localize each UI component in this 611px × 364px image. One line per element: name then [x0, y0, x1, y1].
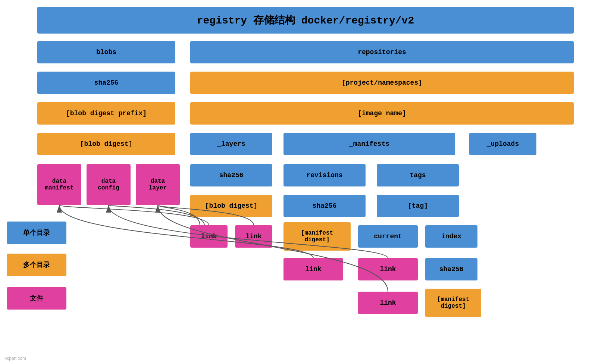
- manifests-box: _manifests: [283, 133, 455, 155]
- data-config-box: data config: [87, 164, 131, 205]
- layers-box: _layers: [190, 133, 272, 155]
- tag-box: [tag]: [377, 195, 459, 217]
- main-container: registry 存储结构 docker/registry/v2 blobs r…: [0, 0, 611, 364]
- revisions-box: revisions: [283, 164, 366, 186]
- manifest-digest2-box: [manifest digest]: [425, 289, 481, 317]
- single-dir-box: 单个目录: [7, 222, 66, 244]
- data-manifest-box: data manifest: [37, 164, 81, 205]
- tags-box: tags: [377, 164, 459, 186]
- manifest-digest-box: [manifest digest]: [283, 222, 351, 251]
- link2-box: link: [235, 225, 272, 248]
- sha256-index-box: sha256: [425, 258, 477, 280]
- watermark: kkpan.com: [4, 356, 26, 361]
- project-namespaces-box: [project/namespaces]: [190, 72, 574, 94]
- current-box: current: [358, 225, 418, 248]
- sha256-layers-box: sha256: [190, 164, 272, 186]
- repositories-box: repositories: [190, 41, 574, 63]
- link4-box: link: [358, 258, 418, 280]
- sha256-left-box: sha256: [37, 72, 175, 94]
- blob-digest2-box: [blob digest]: [190, 195, 272, 217]
- index-box: index: [425, 225, 477, 248]
- link1-box: link: [190, 225, 228, 248]
- title-text: registry 存储结构 docker/registry/v2: [197, 13, 414, 27]
- uploads-box: _uploads: [469, 133, 536, 155]
- blob-digest-box: [blob digest]: [37, 133, 175, 155]
- sha256-rev-box: sha256: [283, 195, 366, 217]
- link3-box: link: [283, 258, 343, 280]
- multi-dir-box: 多个目录: [7, 254, 66, 276]
- file-box: 文件: [7, 287, 66, 310]
- link5-box: link: [358, 292, 418, 314]
- blob-digest-prefix-box: [blob digest prefix]: [37, 102, 175, 125]
- image-name-box: [image name]: [190, 102, 574, 125]
- title-box: registry 存储结构 docker/registry/v2: [37, 7, 574, 34]
- data-layer-box: data layer: [136, 164, 180, 205]
- blobs-box: blobs: [37, 41, 175, 63]
